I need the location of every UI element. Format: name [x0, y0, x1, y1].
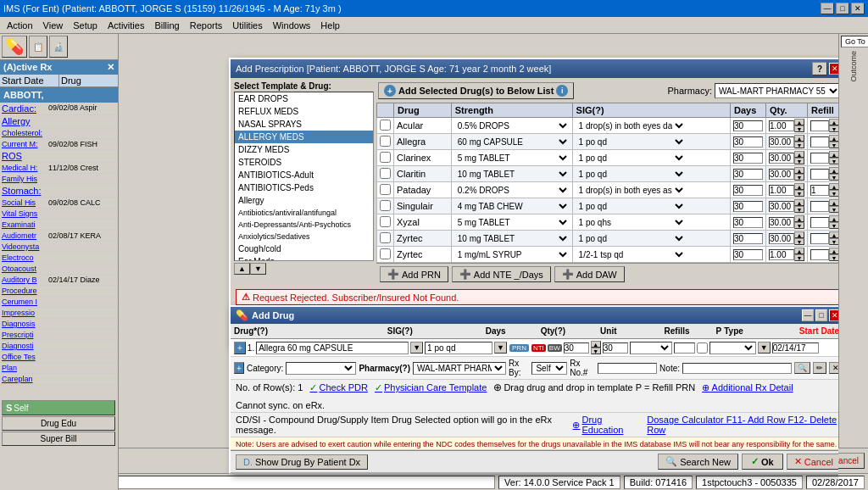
- template-antiviral[interactable]: Antibiotics/antiviral/antifungal: [235, 207, 373, 219]
- category-select[interactable]: [286, 362, 356, 375]
- drug-row-8-name[interactable]: Zyrtec: [394, 231, 452, 247]
- super-bill-btn[interactable]: Super Bill: [2, 432, 115, 446]
- drug-row-1-refill-up[interactable]: ▲: [829, 119, 838, 125]
- add-drug-cancel-btn[interactable]: ✕ Cancel: [787, 454, 838, 470]
- drug-row-7-qty[interactable]: [769, 217, 794, 228]
- drug-row-5-sig[interactable]: 1 drop(s) in both eyes as needed c: [576, 185, 686, 196]
- drug-row-8-refill[interactable]: [810, 233, 829, 244]
- drug-row-2-qty[interactable]: [769, 136, 794, 148]
- drug-row-8-days[interactable]: [733, 233, 763, 244]
- drug-row-9-checkbox[interactable]: [380, 248, 391, 259]
- add-drug-days-input[interactable]: [564, 342, 589, 354]
- drug-row-9-sig[interactable]: 1/2-1 tsp qd: [576, 249, 686, 260]
- toolbar-btn3[interactable]: 🔬: [49, 36, 68, 58]
- bw-icon[interactable]: BW: [548, 344, 562, 352]
- menu-reports[interactable]: Reports: [185, 19, 228, 32]
- menu-help[interactable]: Help: [315, 19, 345, 32]
- drug-row-3-checkbox[interactable]: [380, 152, 391, 163]
- drug-row-2-refill-down[interactable]: ▼: [829, 142, 838, 148]
- dosage-calc-link[interactable]: Dosage Calculator F11- Add Row F12- Dele…: [647, 415, 838, 435]
- note-clear-btn[interactable]: ✕: [829, 362, 838, 374]
- template-cough[interactable]: Cough/cold: [235, 242, 373, 255]
- add-type-dropdown-btn[interactable]: ▼: [758, 342, 771, 354]
- drug-row-8-checkbox[interactable]: [380, 232, 391, 243]
- drug-row-6-strength[interactable]: 4 mg TAB CHEW: [454, 201, 570, 212]
- menu-action[interactable]: Action: [2, 19, 38, 32]
- add-drug-sig-input[interactable]: [425, 342, 492, 354]
- drug-education-link[interactable]: ⊕ Drug Education: [572, 415, 640, 435]
- add-drug-refills-input[interactable]: [674, 342, 695, 354]
- add-drug-p-checkbox[interactable]: [697, 342, 708, 354]
- drug-row-1-strength[interactable]: 0.5% DROPS: [454, 120, 570, 131]
- note-input[interactable]: [682, 363, 792, 374]
- template-antidep[interactable]: Anti-Depressants/Anti-Psychotics: [235, 219, 373, 231]
- drug-row-4-sig[interactable]: 1 po qd: [576, 169, 686, 180]
- template-scroll-up[interactable]: ▲: [234, 263, 250, 275]
- drug-row-3-qty[interactable]: [769, 153, 794, 164]
- add-drug-minimize-btn[interactable]: —: [802, 309, 814, 321]
- drug-row-4-days[interactable]: [733, 169, 763, 180]
- drug-row-7-name[interactable]: Xyzal: [394, 214, 452, 231]
- drug-row-9-strength[interactable]: 1 mg/mL SYRUP: [454, 249, 570, 260]
- drug-row-2-qty-up[interactable]: ▲: [794, 135, 804, 142]
- menu-utilities[interactable]: Utilities: [227, 19, 267, 32]
- drug-row-2-checkbox[interactable]: [380, 136, 391, 147]
- menu-billing[interactable]: Billing: [149, 19, 184, 32]
- template-dizzy[interactable]: DIZZY MEDS: [235, 143, 373, 156]
- drug-row-6-name[interactable]: Singulair: [394, 198, 452, 214]
- drug-table-sig-header[interactable]: SIG(?): [572, 103, 730, 118]
- drug-row-5-name[interactable]: Pataday: [394, 182, 452, 198]
- drug-row-5-refill[interactable]: [810, 185, 829, 196]
- drug-row-2-sig[interactable]: 1 po qd: [576, 136, 686, 148]
- drug-row-3-strength[interactable]: 5 mg TABLET: [454, 153, 570, 164]
- drug-row-3-days[interactable]: [733, 153, 763, 164]
- template-reflux[interactable]: REFLUX MEDS: [235, 105, 373, 118]
- rx-no-input[interactable]: [598, 363, 657, 374]
- drug-table-qty-header[interactable]: Qty.: [766, 103, 808, 118]
- drug-table-days-header[interactable]: Days: [731, 103, 766, 118]
- menu-windows[interactable]: Windows: [268, 19, 316, 32]
- template-nasal[interactable]: NASAL SPRAYS: [235, 118, 373, 131]
- drug-row-1-sig[interactable]: 1 drop(s) in both eyes daily as nee: [576, 120, 686, 131]
- drug-table-drug-header[interactable]: Drug: [394, 103, 452, 118]
- add-prn-btn[interactable]: ➕ Add PRN: [380, 266, 448, 282]
- drug-row-1-qty-down[interactable]: ▼: [794, 125, 804, 132]
- drug-row-6-days[interactable]: [733, 201, 763, 212]
- goto-select[interactable]: Go To: [841, 36, 868, 47]
- add-sig-dropdown-btn[interactable]: ▼: [494, 342, 507, 354]
- add-drug-type-select[interactable]: [709, 342, 756, 354]
- add-drug-expand-btn[interactable]: +: [234, 362, 244, 374]
- drug-row-1-qty[interactable]: [769, 120, 794, 131]
- drug-row-2-name[interactable]: Allegra: [394, 134, 452, 150]
- nti-icon[interactable]: NTI: [531, 344, 546, 352]
- show-drug-by-patient-dx-btn[interactable]: D. Show Drug By Patient Dx: [236, 454, 368, 470]
- drug-row-8-sig[interactable]: 1 po qd: [576, 233, 686, 244]
- template-list[interactable]: EAR DROPS REFLUX MEDS NASAL SPRAYS ALLER…: [234, 92, 374, 261]
- add-drugs-info-icon[interactable]: i: [556, 85, 568, 97]
- drug-row-6-checkbox[interactable]: [380, 200, 391, 211]
- template-anxio[interactable]: Anxiolytics/Sedatives: [235, 231, 373, 242]
- drug-row-4-name[interactable]: Claritin: [394, 166, 452, 182]
- drug-row-4-strength[interactable]: 10 mg TABLET: [454, 169, 570, 180]
- drug-row-7-sig[interactable]: 1 po qhs: [576, 217, 686, 228]
- drug-row-3-name[interactable]: Clarinex: [394, 150, 452, 166]
- drug-edu-btn[interactable]: Drug Edu: [2, 416, 115, 431]
- drug-row-3-sig[interactable]: 1 po qd: [576, 153, 686, 164]
- add-drug-plus-btn[interactable]: +: [234, 342, 246, 354]
- drug-row-2-strength[interactable]: 60 mg CAPSULE: [454, 136, 570, 148]
- drug-row-1-checkbox[interactable]: [380, 120, 391, 131]
- drug-row-6-sig[interactable]: 1 po qd: [576, 201, 686, 212]
- menu-setup[interactable]: Setup: [68, 19, 103, 32]
- additional-rx-link[interactable]: ⊕ Additional Rx Detail: [702, 382, 793, 393]
- drug-row-1-qty-up[interactable]: ▲: [794, 119, 804, 125]
- drug-row-5-checkbox[interactable]: [380, 184, 391, 195]
- note-search-btn[interactable]: 🔍: [794, 362, 810, 374]
- drug-table-refill-header[interactable]: Refill: [808, 103, 839, 118]
- drug-row-7-refill[interactable]: [810, 217, 829, 228]
- template-steroids[interactable]: STEROIDS: [235, 156, 373, 169]
- menu-view[interactable]: View: [38, 19, 69, 32]
- drug-row-2-refill-up[interactable]: ▲: [829, 135, 838, 142]
- close-btn[interactable]: ✕: [851, 3, 865, 14]
- add-drug-unit-select[interactable]: [630, 342, 672, 354]
- add-drug-restore-btn[interactable]: □: [815, 309, 827, 321]
